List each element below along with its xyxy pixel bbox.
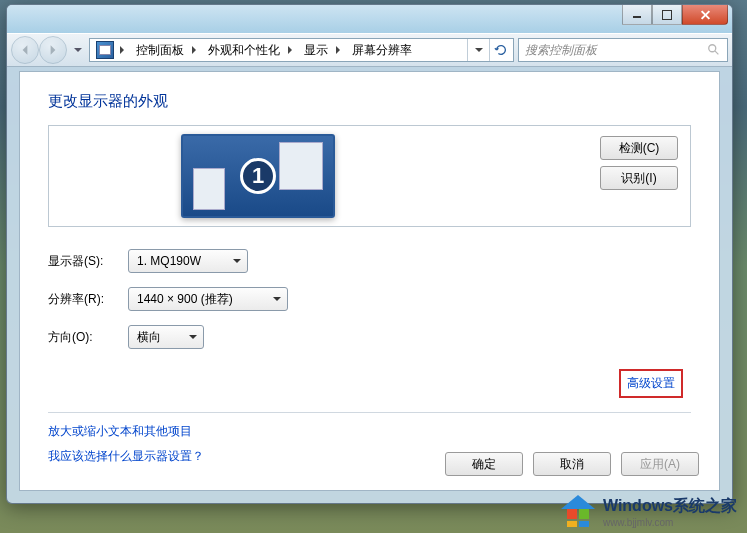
identify-button[interactable]: 识别(I) [600, 166, 678, 190]
refresh-button[interactable] [489, 39, 511, 61]
orientation-label: 方向(O): [48, 329, 128, 346]
orientation-select[interactable]: 横向 [128, 325, 204, 349]
resolution-select[interactable]: 1440 × 900 (推荐) [128, 287, 288, 311]
svg-line-1 [715, 51, 719, 55]
address-bar[interactable]: 控制面板 外观和个性化 显示 屏幕分辨率 [89, 38, 514, 62]
chevron-right-icon [47, 44, 59, 56]
advanced-settings-link[interactable]: 高级设置 [619, 369, 683, 398]
preview-side-buttons: 检测(C) 识别(I) [600, 136, 678, 190]
close-button[interactable] [682, 5, 728, 25]
detect-button[interactable]: 检测(C) [600, 136, 678, 160]
nav-arrows [11, 36, 67, 64]
resolution-label: 分辨率(R): [48, 291, 128, 308]
page-heading: 更改显示器的外观 [48, 92, 691, 111]
watermark-url: www.bjjmlv.com [603, 517, 737, 528]
search-placeholder: 搜索控制面板 [525, 42, 597, 59]
resolution-value: 1440 × 900 (推荐) [137, 291, 233, 308]
advanced-link-row: 高级设置 [48, 363, 691, 408]
orientation-row: 方向(O): 横向 [48, 325, 691, 349]
breadcrumb-display[interactable]: 显示 [298, 39, 334, 61]
back-button[interactable] [11, 36, 39, 64]
cancel-button[interactable]: 取消 [533, 452, 611, 476]
resolution-row: 分辨率(R): 1440 × 900 (推荐) [48, 287, 691, 311]
ok-button[interactable]: 确定 [445, 452, 523, 476]
navigation-bar: 控制面板 外观和个性化 显示 屏幕分辨率 搜索控制面板 [7, 33, 732, 67]
maximize-button[interactable] [652, 5, 682, 25]
display-select[interactable]: 1. MQ190W [128, 249, 248, 273]
control-panel-icon [96, 41, 114, 59]
apply-button[interactable]: 应用(A) [621, 452, 699, 476]
window-controls [622, 5, 728, 25]
breadcrumb-separator[interactable] [118, 39, 130, 61]
titlebar [7, 5, 732, 33]
breadcrumb-separator[interactable] [190, 39, 202, 61]
svg-point-0 [709, 45, 716, 52]
breadcrumb-appearance[interactable]: 外观和个性化 [202, 39, 286, 61]
chevron-left-icon [19, 44, 31, 56]
forward-button[interactable] [39, 36, 67, 64]
nav-history-dropdown[interactable] [71, 36, 85, 64]
content-area: 更改显示器的外观 1 检测(C) 识别(I) 显示器(S): 1. MQ190W… [19, 71, 720, 491]
search-input[interactable]: 搜索控制面板 [518, 38, 728, 62]
refresh-icon [494, 43, 508, 57]
divider [48, 412, 691, 413]
minimize-button[interactable] [622, 5, 652, 25]
mini-window-icon [193, 168, 225, 210]
display-row: 显示器(S): 1. MQ190W [48, 249, 691, 273]
breadcrumb-control-panel[interactable]: 控制面板 [130, 39, 190, 61]
display-label: 显示器(S): [48, 253, 128, 270]
breadcrumb-separator[interactable] [286, 39, 298, 61]
display-value: 1. MQ190W [137, 254, 201, 268]
orientation-value: 横向 [137, 329, 161, 346]
address-end [467, 39, 511, 61]
zoom-text-link[interactable]: 放大或缩小文本和其他项目 [48, 423, 691, 440]
display-preview-box: 1 检测(C) 识别(I) [48, 125, 691, 227]
mini-window-icon [279, 142, 323, 190]
address-dropdown[interactable] [467, 39, 489, 61]
search-icon [707, 43, 721, 57]
monitor-number-badge: 1 [240, 158, 276, 194]
control-panel-window: 控制面板 外观和个性化 显示 屏幕分辨率 搜索控制面板 更改显示器的外观 [6, 4, 733, 504]
footer-buttons: 确定 取消 应用(A) [445, 452, 699, 476]
monitor-preview[interactable]: 1 [181, 134, 335, 218]
breadcrumb-resolution[interactable]: 屏幕分辨率 [346, 39, 418, 61]
breadcrumb-separator[interactable] [334, 39, 346, 61]
